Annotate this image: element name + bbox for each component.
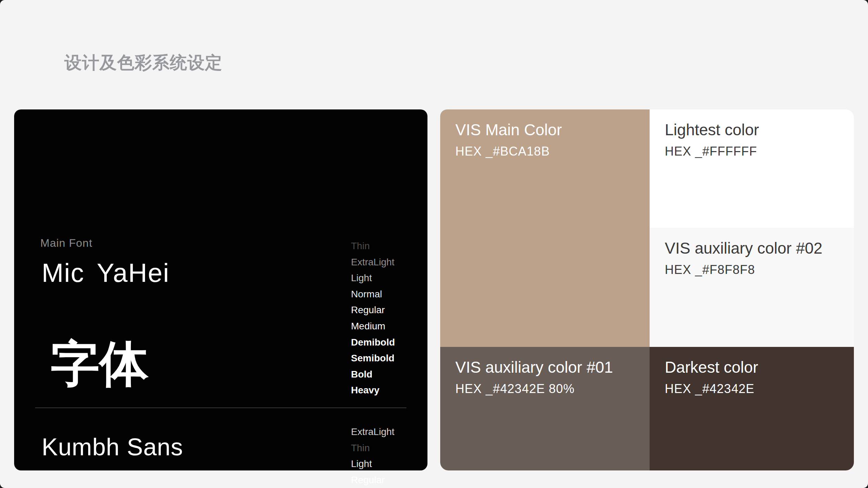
swatch-title: Lightest color (665, 120, 759, 139)
weight-item: Regular (351, 302, 395, 318)
swatch-darkest-color: Darkest color HEX _#42342E (650, 347, 854, 470)
weight-item: ExtraLight (351, 254, 395, 270)
swatch-hex: HEX _#42342E 80% (455, 381, 575, 396)
swatch-hex: HEX _#BCA18B (455, 144, 550, 159)
design-system-board: 设计及色彩系统设定 Main Font Mic YaHei 字体 Kumbh S… (0, 0, 868, 488)
weight-item: Thin (351, 440, 396, 456)
swatch-hex: HEX _#F8F8F8 (665, 262, 755, 277)
swatch-aux-color-02: VIS auxiliary color #02 HEX _#F8F8F8 (650, 228, 854, 347)
typography-card: Main Font Mic YaHei 字体 Kumbh Sans Fonts … (14, 109, 427, 470)
swatch-title: VIS auxiliary color #02 (665, 239, 823, 258)
swatch-vis-main-color: VIS Main Color HEX _#BCA18B (440, 109, 650, 347)
swatch-title: VIS auxiliary color #01 (455, 358, 613, 377)
weight-item: ExtraLight (351, 424, 396, 440)
weight-list-secondary: ExtraLightThinLightRegularMediumSemiBold… (351, 424, 396, 488)
swatch-title: VIS Main Color (455, 120, 562, 139)
weight-item: Thin (351, 238, 395, 254)
weight-item: Bold (351, 367, 395, 383)
weight-item: Medium (351, 318, 395, 335)
weight-item: Regular (351, 472, 396, 488)
secondary-font-name: Kumbh Sans (42, 435, 183, 459)
swatch-title: Darkest color (665, 358, 758, 377)
swatch-aux-color-01: VIS auxiliary color #01 HEX _#42342E 80% (440, 347, 650, 470)
primary-specimen-cn: 字体 (51, 339, 148, 388)
weight-item: Semibold (351, 350, 395, 367)
weight-item: Heavy (351, 382, 395, 399)
weight-item: Demibold (351, 335, 395, 351)
weight-item: Light (351, 270, 395, 286)
weight-list-primary: ThinExtraLightLightNormalRegularMediumDe… (351, 238, 395, 399)
swatch-lightest-color: Lightest color HEX _#FFFFFF (650, 109, 854, 228)
weight-item: Light (351, 456, 396, 472)
swatch-hex: HEX _#FFFFFF (665, 144, 757, 159)
page-title: 设计及色彩系统设定 (64, 52, 223, 74)
swatch-hex: HEX _#42342E (665, 381, 754, 396)
divider (35, 407, 406, 408)
main-font-label: Main Font (40, 237, 92, 250)
primary-font-name: Mic YaHei (42, 260, 169, 286)
weight-item: Normal (351, 286, 395, 303)
